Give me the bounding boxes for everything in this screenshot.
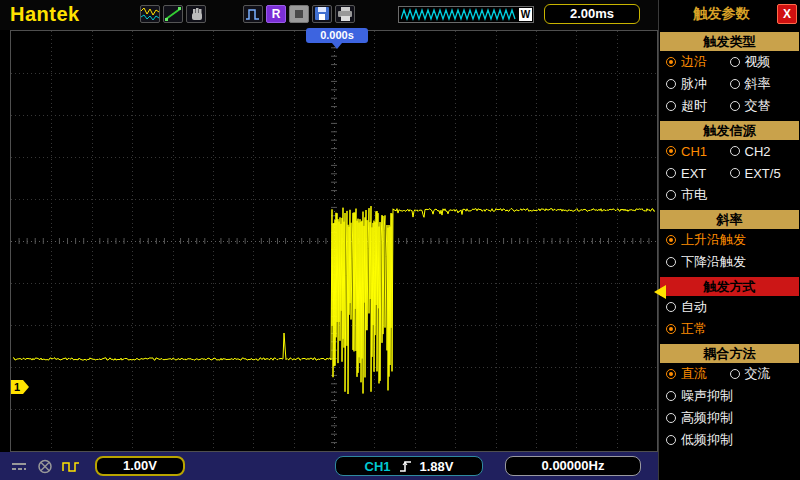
option-row: EXTEXT/5: [659, 162, 800, 184]
option-label: CH2: [745, 144, 771, 159]
option-row: 超时交替: [659, 95, 800, 117]
dc-coupling-icon[interactable]: [8, 458, 29, 474]
radio-option-noise-reject[interactable]: 噪声抑制: [666, 387, 793, 405]
option-label: CH1: [681, 144, 707, 159]
ground-icon[interactable]: [34, 458, 55, 474]
option-label: 低频抑制: [681, 431, 733, 449]
option-row: 脉冲斜率: [659, 73, 800, 95]
printer-icon: [336, 6, 354, 22]
radio-icon: [666, 369, 676, 379]
radio-option-rising-edge[interactable]: 上升沿触发: [666, 231, 793, 249]
memory-waveform-icon: [401, 8, 517, 22]
radio-option-dc[interactable]: 直流: [666, 365, 730, 383]
waveform-thumbnail-icon: [141, 6, 159, 22]
radio-icon: [666, 57, 676, 67]
option-row: 正常: [659, 318, 800, 340]
option-row: 自动: [659, 296, 800, 318]
window-marker[interactable]: W: [519, 8, 532, 21]
radio-icon: [666, 79, 676, 89]
waveform-display-icon[interactable]: [140, 5, 160, 23]
radio-option-edge[interactable]: 边沿: [666, 53, 730, 71]
pulse-wave-icon: [244, 6, 262, 22]
trigger-settings-panel: 触发参数 X 触发类型边沿视频脉冲斜率超时交替触发信源CH1CH2EXTEXT/…: [658, 0, 800, 480]
option-label: 脉冲: [681, 75, 707, 93]
radio-icon: [730, 101, 740, 111]
brand-logo: Hantek: [10, 3, 80, 26]
oscilloscope-screen: Hantek: [0, 0, 800, 480]
stop-square-icon: [295, 10, 303, 18]
print-icon[interactable]: [335, 5, 355, 23]
radio-icon: [666, 235, 676, 245]
option-label: 直流: [681, 365, 707, 383]
option-label: 边沿: [681, 53, 707, 71]
radio-option-alternate[interactable]: 交替: [730, 97, 794, 115]
panel-title: 触发参数: [694, 5, 750, 23]
radio-icon: [666, 146, 676, 156]
option-row: CH1CH2: [659, 140, 800, 162]
radio-icon: [730, 57, 740, 67]
radio-option-ext[interactable]: EXT: [666, 166, 730, 181]
radio-icon: [666, 435, 676, 445]
ch1-waveform: [11, 31, 657, 451]
option-row: 边沿视频: [659, 51, 800, 73]
close-icon[interactable]: X: [777, 4, 797, 24]
option-label: 高频抑制: [681, 409, 733, 427]
radio-icon: [666, 413, 676, 423]
radio-option-timeout[interactable]: 超时: [666, 97, 730, 115]
option-label: 下降沿触发: [681, 253, 746, 271]
radio-option-line[interactable]: 市电: [666, 186, 793, 204]
radio-icon: [730, 369, 740, 379]
trigger-position-marker[interactable]: 0.000s: [306, 28, 368, 43]
cursor-measure-icon[interactable]: [163, 5, 183, 23]
squarewave-icon[interactable]: [60, 458, 81, 474]
radio-option-ch1[interactable]: CH1: [666, 144, 730, 159]
section-header-trigger-source: 触发信源: [660, 121, 799, 140]
option-label: 正常: [681, 320, 707, 338]
top-toolbar: Hantek: [0, 0, 658, 30]
radio-option-video[interactable]: 视频: [730, 53, 794, 71]
option-label: 噪声抑制: [681, 387, 733, 405]
hand-tool-icon[interactable]: [186, 5, 206, 23]
stop-icon[interactable]: [289, 5, 309, 23]
radio-option-ac[interactable]: 交流: [730, 365, 794, 383]
radio-option-lf-reject[interactable]: 低频抑制: [666, 431, 793, 449]
trigger-level-marker[interactable]: [654, 285, 666, 299]
option-row: 下降沿触发: [659, 251, 800, 273]
radio-option-normal[interactable]: 正常: [666, 320, 793, 338]
option-label: 自动: [681, 298, 707, 316]
record-icon[interactable]: R: [266, 5, 286, 23]
rising-edge-icon: [399, 459, 412, 473]
option-row: 高频抑制: [659, 407, 800, 429]
radio-option-slope[interactable]: 斜率: [730, 75, 794, 93]
radio-option-ch2[interactable]: CH2: [730, 144, 794, 159]
option-label: 市电: [681, 186, 707, 204]
radio-option-falling-edge[interactable]: 下降沿触发: [666, 253, 793, 271]
option-label: 超时: [681, 97, 707, 115]
coupling-icons: [8, 458, 81, 474]
section-header-trigger-type: 触发类型: [660, 32, 799, 51]
radio-icon: [666, 257, 676, 267]
radio-option-auto[interactable]: 自动: [666, 298, 793, 316]
radio-icon: [666, 190, 676, 200]
radio-option-hf-reject[interactable]: 高频抑制: [666, 409, 793, 427]
ch1-scale-readout: 1.00V: [95, 456, 185, 476]
slope-line-icon: [164, 6, 182, 22]
option-row: 上升沿触发: [659, 229, 800, 251]
option-label: EXT: [681, 166, 706, 181]
radio-option-pulse[interactable]: 脉冲: [666, 75, 730, 93]
radio-icon: [666, 324, 676, 334]
hand-icon: [187, 6, 205, 22]
save-icon[interactable]: [312, 5, 332, 23]
pulse-icon[interactable]: [243, 5, 263, 23]
option-label: 视频: [745, 53, 771, 71]
radio-option-ext5[interactable]: EXT/5: [730, 166, 794, 181]
circle-x-icon: [35, 459, 55, 474]
channel1-marker[interactable]: 1: [11, 380, 23, 394]
toolbar-group-left: [140, 5, 206, 23]
trigger-source-label: CH1: [365, 459, 391, 474]
option-label: 斜率: [745, 75, 771, 93]
memory-position-bar[interactable]: W: [398, 6, 534, 23]
radio-icon: [730, 146, 740, 156]
radio-icon: [666, 391, 676, 401]
dc-symbol-icon: [9, 459, 29, 474]
